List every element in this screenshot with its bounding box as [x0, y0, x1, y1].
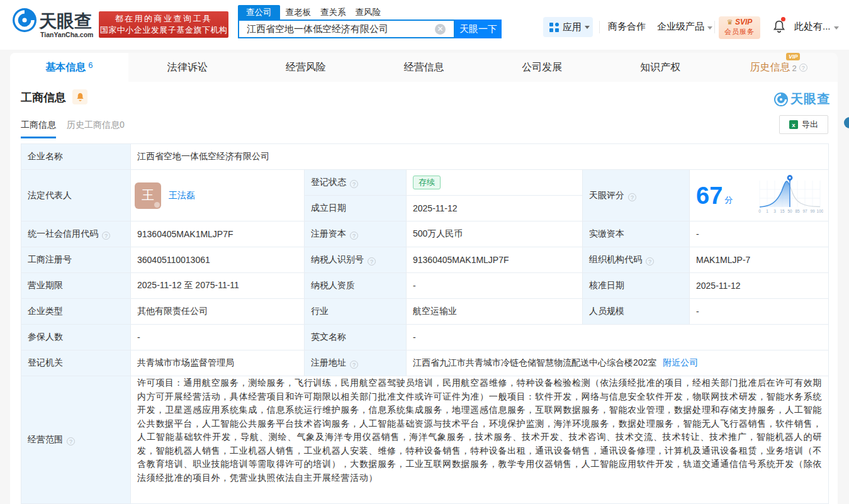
nav-tab-公司发展[interactable]: 公司发展: [483, 53, 601, 82]
svg-text:85: 85: [796, 209, 801, 213]
top-header: 天眼查 TianYanCha.com 都在用的商业查询工具 国家中小企业发展子基…: [0, 0, 849, 50]
business-term-label: 营业期限: [21, 273, 131, 299]
nav-tab-经营风险[interactable]: 经营风险: [247, 53, 365, 82]
svg-text:3: 3: [773, 209, 776, 213]
registration-status-value: 存续: [407, 170, 583, 196]
staff-size-label: 人员规模: [583, 299, 690, 325]
logo-domain: TianYanCha.com: [40, 31, 93, 38]
nav-tab-法律诉讼[interactable]: 法律诉讼: [128, 53, 247, 82]
insured-count-label: 参保人数: [21, 325, 131, 350]
section-tab-历史工商信息0[interactable]: 历史工商信息0: [67, 120, 125, 131]
score-curve-chart: 0131550859799100: [756, 174, 823, 215]
registered-address-value: 江西省九江市共青城市冷链仓储智慧物流配送中心综合楼202室附近公司: [407, 350, 829, 376]
svg-text:1: 1: [766, 209, 768, 213]
logo-text[interactable]: 天眼查: [39, 9, 92, 33]
search-input[interactable]: 江西省空地一体低空经济有限公司 ✕: [238, 20, 455, 38]
search-tab-查风险[interactable]: 查风险: [356, 7, 381, 18]
svg-text:99: 99: [811, 209, 816, 213]
tianyan-score-label: 天眼评分?: [583, 170, 690, 221]
search-tab-查公司[interactable]: 查公司: [238, 5, 280, 20]
business-term-value: 2025-11-12 至 2075-11-11: [131, 273, 305, 299]
crown-icon: ♛: [727, 18, 733, 26]
apps-grid-icon: [549, 23, 559, 32]
help-icon: ?: [350, 180, 358, 188]
score-unit: 分: [724, 194, 733, 206]
approval-date-value: 2025-11-12: [690, 273, 829, 299]
staff-size-value: -: [690, 299, 829, 325]
nav-tab-基本信息[interactable]: 基本信息6: [10, 53, 128, 82]
industry-label: 行业: [305, 299, 407, 325]
registration-authority-label: 登记机关: [21, 350, 131, 376]
apps-label: 应用: [563, 21, 582, 33]
search-button[interactable]: 天眼一下: [455, 20, 502, 38]
search-tabs: 查公司查老板查关系查风险: [238, 5, 390, 20]
notification-bell-icon[interactable]: [773, 20, 785, 33]
svip-sub-label: 会员服务: [719, 27, 760, 36]
search-tab-查老板[interactable]: 查老板: [286, 7, 312, 18]
svg-text:0: 0: [758, 209, 761, 213]
svg-text:15: 15: [780, 209, 785, 213]
nav-tab-历史信息[interactable]: 历史信息VIP2?: [719, 53, 838, 82]
establish-date-label: 成立日期: [305, 196, 407, 221]
svg-text:100: 100: [817, 209, 823, 213]
search-tab-查关系[interactable]: 查关系: [320, 7, 346, 18]
section-tab-工商信息[interactable]: 工商信息: [21, 120, 56, 138]
enterprise-product-link[interactable]: 企业级产品: [657, 21, 712, 33]
apps-caret-icon: [585, 26, 590, 29]
registered-capital-label: 注册资本?: [305, 221, 407, 247]
business-scope-label: 经营范围?: [21, 376, 131, 504]
score-number: 67: [696, 183, 722, 208]
nearby-companies-link[interactable]: 附近公司: [663, 357, 698, 367]
svg-text:x: x: [792, 121, 796, 128]
legal-representative-value: 王王法磊: [131, 170, 305, 221]
clear-icon[interactable]: ✕: [435, 24, 446, 35]
header-divider: [599, 21, 600, 33]
help-icon: ?: [67, 437, 75, 445]
subscribe-bell-button[interactable]: [72, 89, 87, 104]
registered-capital-value: 500万人民币: [407, 221, 583, 247]
more-caret-icon: [834, 26, 839, 30]
avatar[interactable]: 王: [135, 182, 161, 209]
watermark-text: 天眼查: [790, 91, 830, 108]
nav-tab-知识产权[interactable]: 知识产权: [601, 53, 719, 82]
credit-code-label: 统一社会信用代码?: [21, 221, 131, 247]
watermark-logo-icon: [774, 92, 788, 106]
help-icon: ?: [646, 257, 654, 266]
organization-code-label: 组织机构代码?: [583, 247, 690, 273]
help-icon: ?: [368, 257, 376, 266]
taxpayer-qualification-label: 纳税人资质: [305, 273, 407, 299]
promo-line2: 国家中小企业发展子基金旗下机构: [99, 25, 228, 36]
enterprise-product-label: 企业级产品: [657, 21, 704, 31]
apps-menu[interactable]: 应用: [543, 17, 593, 37]
export-button[interactable]: x 导出: [779, 115, 828, 134]
taxpayer-id-value: 91360405MAK1MLJP7F: [407, 247, 583, 273]
registration-authority-value: 共青城市市场监督管理局: [131, 350, 305, 376]
nav-tab-count: 2: [792, 64, 796, 73]
english-name-value: -: [407, 325, 829, 350]
business-info-card: 工商信息 天眼查 工商信息历史工商信息0 x 导出 企业名称江西省空地一体低空经…: [10, 82, 838, 504]
company-nav-tabs: 基本信息6法律诉讼经营风险经营信息公司发展知识产权历史信息VIP2?: [10, 53, 838, 82]
status-badge: 存续: [413, 176, 441, 189]
approval-date-label: 核准日期: [583, 273, 690, 299]
industry-value: 航空运输业: [407, 299, 583, 325]
tianyancha-logo-icon[interactable]: [13, 8, 37, 32]
business-cooperation-link[interactable]: 商务合作: [608, 21, 646, 33]
tianyancha-watermark: 天眼查: [774, 91, 830, 108]
help-icon: ?: [350, 232, 358, 240]
more-label: 此处有...: [794, 21, 831, 31]
subscribe-bell-icon: [76, 92, 84, 101]
registration-number-label: 工商注册号: [21, 247, 131, 273]
floating-widget[interactable]: [844, 117, 849, 128]
establish-date-value: 2025-11-12: [407, 196, 583, 221]
legal-representative-link[interactable]: 王法磊: [169, 190, 195, 201]
credit-code-value: 91360405MAK1MLJP7F: [131, 221, 305, 247]
vip-badge: VIP: [786, 53, 801, 60]
excel-icon: x: [789, 120, 798, 129]
more-menu[interactable]: 此处有...: [794, 21, 839, 33]
legal-representative-label: 法定代表人: [21, 170, 131, 221]
export-label: 导出: [802, 119, 818, 130]
svg-text:97: 97: [803, 209, 808, 213]
svip-member-button[interactable]: ♛ SVIP 会员服务: [719, 16, 760, 39]
registered-address-label: 注册地址?: [305, 350, 407, 376]
nav-tab-经营信息[interactable]: 经营信息: [365, 53, 483, 82]
